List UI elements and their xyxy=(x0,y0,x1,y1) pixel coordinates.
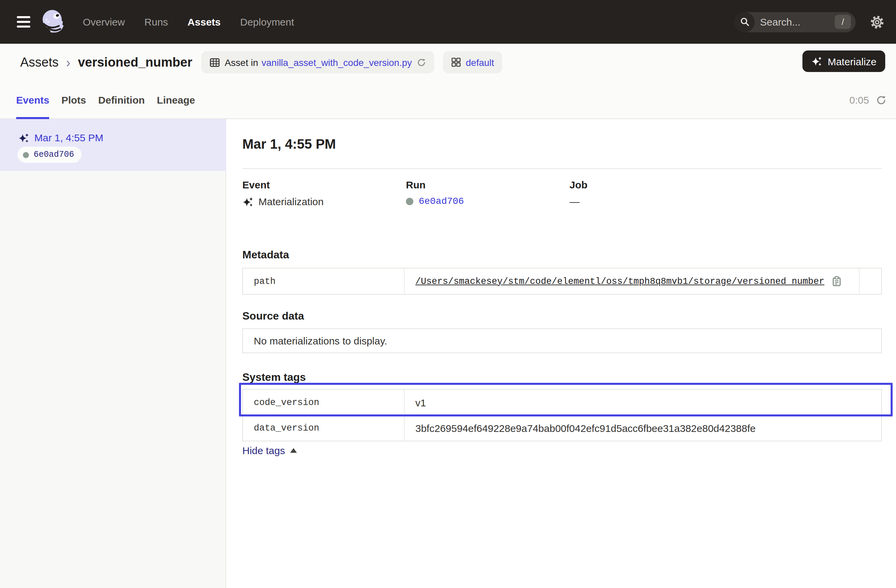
event-list-item[interactable]: Mar 1, 4:55 PM 6e0ad706 xyxy=(0,119,226,171)
asset-file-link[interactable]: vanilla_asset_with_code_version.py xyxy=(262,57,412,68)
refresh-icon[interactable] xyxy=(876,94,887,105)
breadcrumb-assets-link[interactable]: Assets xyxy=(20,55,59,70)
source-data-heading: Source data xyxy=(242,310,304,322)
table-row-data-version: data_version 3bfc269594ef649228e9a74bab0… xyxy=(243,415,881,441)
table-grid-icon xyxy=(209,57,220,68)
tab-plots[interactable]: Plots xyxy=(61,81,86,119)
page-header: Assets › versioned_number Asset in vanil… xyxy=(0,44,896,81)
hide-tags-button[interactable]: Hide tags xyxy=(242,445,297,456)
asset-definition-chip[interactable]: Asset in vanilla_asset_with_code_version… xyxy=(201,51,434,73)
event-title: Mar 1, 4:55 PM xyxy=(242,137,336,152)
asset-group-icon xyxy=(451,57,461,67)
nav-runs[interactable]: Runs xyxy=(145,16,168,27)
job-column-label: Job xyxy=(570,179,733,190)
tag-value: 3bfc269594ef649228e9a74bab00f042efc91d5a… xyxy=(405,416,881,441)
system-tags-table: code_version v1 data_version 3bfc269594e… xyxy=(242,389,882,441)
nav-overview[interactable]: Overview xyxy=(83,16,125,27)
nav-right: / xyxy=(734,0,884,44)
search-box[interactable]: / xyxy=(734,12,856,32)
run-status-dot xyxy=(23,152,29,158)
copy-clipboard-icon[interactable] xyxy=(831,276,842,287)
caret-up-icon xyxy=(291,448,297,453)
metadata-heading: Metadata xyxy=(242,249,289,261)
table-row: path /Users/smackesey/stm/code/elementl/… xyxy=(243,269,881,294)
event-type-value: Materialization xyxy=(259,196,323,207)
content-area: Mar 1, 4:55 PM 6e0ad706 Mar 1, 4:55 PM E… xyxy=(0,119,896,588)
reload-definition-icon[interactable] xyxy=(417,58,426,67)
empty-message: No materializations to display. xyxy=(254,335,387,346)
tabs-bar: Events Plots Definition Lineage 0:05 xyxy=(0,81,896,119)
group-chip[interactable]: default xyxy=(443,51,502,73)
nav-links: Overview Runs Assets Deployment xyxy=(83,0,294,44)
refresh-timer: 0:05 xyxy=(850,94,869,106)
materialize-button[interactable]: Materialize xyxy=(803,50,885,72)
nav-deployment[interactable]: Deployment xyxy=(240,16,294,27)
event-date-label: Mar 1, 4:55 PM xyxy=(34,132,103,143)
search-icon xyxy=(734,12,754,32)
run-column-label: Run xyxy=(406,179,570,190)
event-column-label: Event xyxy=(242,179,406,190)
tag-value: v1 xyxy=(405,389,881,415)
search-shortcut-badge: / xyxy=(835,15,851,29)
run-id-link[interactable]: 6e0ad706 xyxy=(419,196,464,207)
hide-tags-label: Hide tags xyxy=(242,445,285,456)
group-link[interactable]: default xyxy=(466,57,494,68)
metadata-table: path /Users/smackesey/stm/code/elementl/… xyxy=(242,268,882,295)
asset-in-label: Asset in xyxy=(224,57,258,68)
sparkle-icon xyxy=(812,56,822,67)
tag-key: data_version xyxy=(243,416,405,441)
table-row-code-version: code_version v1 xyxy=(243,389,881,415)
source-data-empty-box: No materializations to display. xyxy=(242,328,882,353)
search-input[interactable] xyxy=(754,16,835,27)
metadata-key: path xyxy=(243,269,405,294)
nav-assets[interactable]: Assets xyxy=(187,16,221,27)
system-tags-heading: System tags xyxy=(242,371,306,383)
materialization-sparkle-icon xyxy=(18,132,29,143)
menu-icon[interactable] xyxy=(17,16,30,27)
page-title: versioned_number xyxy=(78,55,192,70)
tag-key: code_version xyxy=(243,389,405,415)
row-action-cell xyxy=(859,269,881,294)
run-id-label: 6e0ad706 xyxy=(34,150,74,160)
settings-gear-icon[interactable] xyxy=(870,15,884,29)
event-detail: Mar 1, 4:55 PM Event Materialization Run… xyxy=(227,119,896,588)
tab-definition[interactable]: Definition xyxy=(98,81,145,119)
materialize-label: Materialize xyxy=(828,56,876,67)
materialization-sparkle-icon xyxy=(242,196,253,207)
breadcrumb: Assets › versioned_number Asset in vanil… xyxy=(20,44,502,81)
dagster-logo[interactable] xyxy=(39,8,67,36)
divider xyxy=(242,168,882,169)
tab-lineage[interactable]: Lineage xyxy=(157,81,195,119)
run-chip[interactable]: 6e0ad706 xyxy=(17,147,81,163)
chevron-right-icon: › xyxy=(66,56,70,69)
path-link[interactable]: /Users/smackesey/stm/code/elementl/oss/t… xyxy=(415,276,824,286)
top-nav: Overview Runs Assets Deployment / xyxy=(0,0,896,44)
dagster-app: Overview Runs Assets Deployment / Assets… xyxy=(0,0,896,588)
run-status-dot xyxy=(406,198,413,205)
tab-events[interactable]: Events xyxy=(16,81,49,119)
events-sidebar: Mar 1, 4:55 PM 6e0ad706 xyxy=(0,119,226,588)
job-value: — xyxy=(570,196,580,207)
